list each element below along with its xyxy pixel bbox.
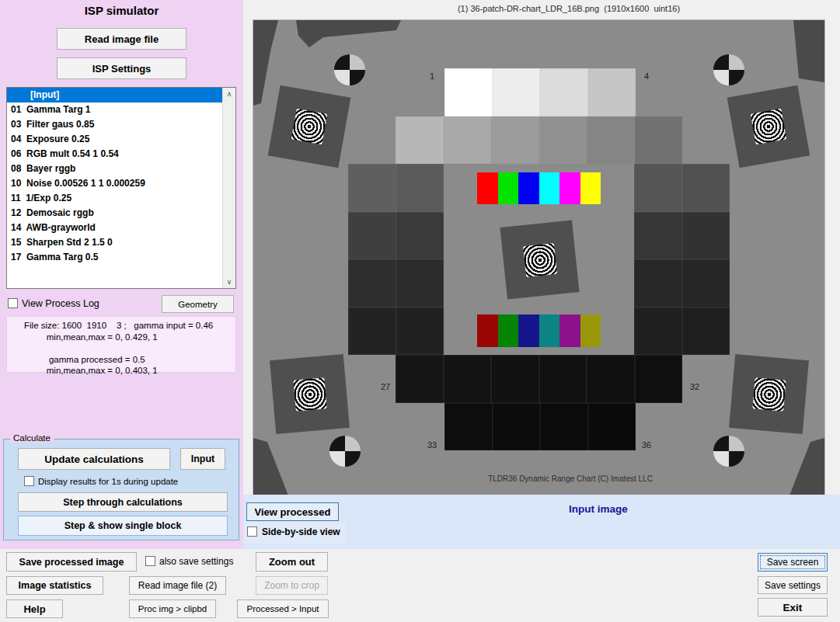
pipeline-list-items: [Input]01 Gamma Targ 103 Filter gaus 0.8… <box>7 88 235 265</box>
list-item[interactable]: 04 Exposure 0.25 <box>7 132 235 147</box>
registration-mark-icon <box>713 54 744 85</box>
exit-button[interactable]: Exit <box>758 598 828 617</box>
color-bar-stripe <box>498 172 519 204</box>
view-process-log-label: View Process Log <box>22 298 99 309</box>
list-item[interactable]: 08 Bayer rggb <box>7 162 235 176</box>
chart-patch <box>587 355 635 403</box>
zoom-to-crop-button: Zoom to crop <box>256 576 328 595</box>
patch-number-label: 36 <box>642 440 651 450</box>
zone-plate-square <box>270 354 350 434</box>
chart-patch <box>682 308 730 356</box>
chart-patch <box>491 355 539 403</box>
chart-patch <box>348 259 396 308</box>
test-chart-image[interactable]: 1427323336 TLDR36 Dynamic Range Chart (C… <box>253 19 825 496</box>
step-show-single-block-button[interactable]: Step & show single block <box>18 516 228 536</box>
zone-plate-square <box>500 220 579 299</box>
pipeline-listbox[interactable]: [Input]01 Gamma Targ 103 Filter gaus 0.8… <box>6 87 236 289</box>
chart-patch <box>682 212 730 260</box>
scroll-up-icon[interactable]: ∧ <box>223 88 235 100</box>
list-item[interactable]: [Input] <box>7 88 235 103</box>
chart-patch <box>540 68 588 116</box>
chart-patch <box>635 355 683 403</box>
zone-plate-square <box>727 85 810 169</box>
zone-plate-square <box>729 354 809 434</box>
list-item[interactable]: 17 Gamma Targ 0.5 <box>7 250 235 265</box>
list-item[interactable]: 03 Filter gaus 0.85 <box>7 117 235 132</box>
patch-number-label: 27 <box>381 382 390 391</box>
processed-to-input-button[interactable]: Processed > Input <box>237 599 329 618</box>
chart-patch <box>396 259 444 308</box>
calculate-legend: Calculate <box>10 433 54 443</box>
view-processed-button[interactable]: View processed <box>246 502 339 521</box>
color-bar-stripe <box>580 314 601 347</box>
zone-plate-square <box>268 85 351 169</box>
proc-img-clipbd-button[interactable]: Proc img > clipbd <box>129 599 216 618</box>
side-by-side-label: Side-by-side view <box>262 526 340 537</box>
zone-plate-icon <box>751 109 786 144</box>
chart-patch <box>493 403 541 451</box>
chart-patch <box>348 212 396 260</box>
color-bar-stripe <box>559 314 580 347</box>
chart-patch <box>634 212 682 260</box>
chart-patch <box>682 164 730 212</box>
help-button[interactable]: Help <box>6 599 63 618</box>
list-item[interactable]: 12 Demosaic rggb <box>7 206 235 221</box>
isp-settings-button[interactable]: ISP Settings <box>57 57 186 79</box>
zone-plate-icon <box>522 242 556 276</box>
zone-plate-icon <box>291 109 327 144</box>
read-image-file-button[interactable]: Read image file <box>57 28 186 50</box>
zoom-out-button[interactable]: Zoom out <box>256 552 328 572</box>
side-by-side-checkbox[interactable] <box>247 526 257 537</box>
list-item[interactable]: 14 AWB-grayworld <box>7 221 235 235</box>
chart-patch <box>588 68 636 116</box>
list-item[interactable]: 15 Sharpen Std 2 1.5 0 <box>7 235 235 250</box>
color-bar-stripe <box>518 172 539 204</box>
image-statistics-button[interactable]: Image statistics <box>6 576 103 595</box>
chart-patch <box>493 68 541 116</box>
calculate-groupbox: Calculate Update calculations Input Disp… <box>3 439 239 540</box>
registration-mark-icon <box>329 436 361 467</box>
patch-number-label: 33 <box>427 440 437 450</box>
chart-patch <box>540 403 588 451</box>
input-button[interactable]: Input <box>180 448 225 470</box>
geometry-button[interactable]: Geometry <box>162 295 234 313</box>
chart-patch <box>444 403 493 451</box>
listbox-scrollbar[interactable]: ∧ ∨ <box>222 88 235 288</box>
also-save-settings-checkbox[interactable] <box>145 556 155 566</box>
chart-patch <box>588 403 636 451</box>
viewer-bar: View processed Side-by-side view Input i… <box>243 495 840 549</box>
color-bar-stripe <box>477 172 498 204</box>
chart-patch <box>396 212 444 260</box>
list-item[interactable]: 10 Noise 0.00526 1 1 0.000259 <box>7 176 235 191</box>
chart-patch <box>348 164 396 212</box>
update-calculations-button[interactable]: Update calculations <box>18 448 170 470</box>
scroll-down-icon[interactable]: ∨ <box>223 276 235 288</box>
registration-mark-icon <box>713 436 744 467</box>
step-through-calculations-button[interactable]: Step through calculations <box>18 492 228 512</box>
list-item[interactable]: 11 1/Exp 0.25 <box>7 191 235 206</box>
view-process-log-checkbox[interactable] <box>8 298 18 308</box>
chart-patch <box>348 308 396 356</box>
color-bar-stripe <box>477 314 498 347</box>
patch-number-label: 32 <box>690 382 699 391</box>
bottom-toolbar: Save processed image also save settings … <box>0 549 840 622</box>
chart-patch <box>396 164 444 212</box>
save-screen-button[interactable]: Save screen <box>758 553 828 572</box>
chart-patch <box>396 355 444 403</box>
chart-patch <box>444 116 492 165</box>
app-title: ISP simulator <box>0 4 243 17</box>
save-settings-button[interactable]: Save settings <box>758 576 828 594</box>
patch-number-label: 4 <box>644 71 649 81</box>
color-bar-stripe <box>539 172 560 204</box>
read-image-file-2-button[interactable]: Read image file (2) <box>129 576 226 595</box>
chart-patch <box>396 308 444 356</box>
list-item[interactable]: 06 RGB mult 0.54 1 0.54 <box>7 147 235 162</box>
display-results-checkbox[interactable] <box>24 476 34 486</box>
chart-patch <box>396 116 444 165</box>
list-item[interactable]: 01 Gamma Targ 1 <box>7 103 235 117</box>
color-bar-stripe <box>580 172 601 204</box>
save-processed-image-button[interactable]: Save processed image <box>6 552 137 572</box>
display-results-label: Display results for 1s during update <box>38 476 178 487</box>
file-info-box: File size: 1600 1910 3 ; gamma input = 0… <box>6 316 236 373</box>
chart-patch <box>539 355 587 403</box>
